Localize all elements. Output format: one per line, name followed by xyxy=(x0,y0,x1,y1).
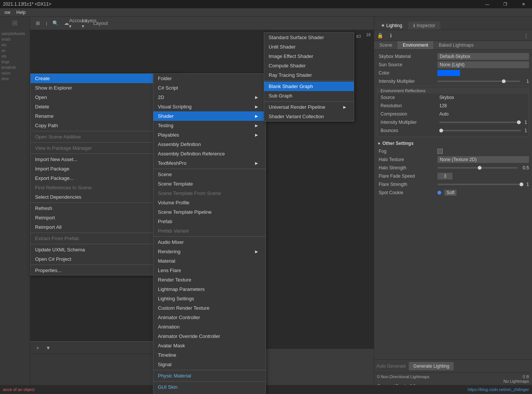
project-filter-btn[interactable]: ▼ xyxy=(44,343,53,352)
sidebar-item-dme[interactable]: dme xyxy=(2,76,28,82)
flare-strength-slider[interactable] xyxy=(437,181,523,187)
create-avatar-mask[interactable]: Avatar Mask xyxy=(153,341,266,350)
create-gui-skin[interactable]: GUI Skin xyxy=(153,382,266,392)
create-rendering-arrow: ▶ xyxy=(255,249,258,254)
create-animator-controller[interactable]: Animator Controller xyxy=(153,313,266,322)
shader-ray-tracing[interactable]: Ray Tracing Shader xyxy=(264,70,354,80)
minimize-button[interactable]: — xyxy=(478,0,496,8)
create-volume-profile[interactable]: Volume Profile xyxy=(153,198,266,207)
create-scene-template-pipeline[interactable]: Scene Template Pipeline xyxy=(153,207,266,217)
create-timeline[interactable]: Timeline xyxy=(153,350,266,360)
status-bar: ance of an object https://blog.csdn.net/… xyxy=(0,385,532,394)
maximize-button[interactable]: ❐ xyxy=(497,0,514,8)
create-playables[interactable]: Playables ▶ xyxy=(153,130,266,140)
create-custom-render-texture[interactable]: Custom Render Texture xyxy=(153,303,266,313)
halo-texture-value[interactable]: None (Texture 2D) xyxy=(437,156,529,163)
create-testing[interactable]: Testing ▶ xyxy=(153,121,266,130)
create-scene[interactable]: Scene xyxy=(153,170,266,179)
close-button[interactable]: ✕ xyxy=(515,0,532,8)
toolbar-layout-btn[interactable]: Layout xyxy=(96,19,105,28)
sidebar-item-materials[interactable]: erials xyxy=(2,37,28,42)
shader-blank-graph[interactable]: Blank Shader Graph xyxy=(264,82,354,91)
create-2d[interactable]: 2D ▶ xyxy=(153,93,266,102)
create-lightmap-params[interactable]: Lightmap Parameters xyxy=(153,284,266,294)
sidebar-icon: ⊞ xyxy=(12,19,18,27)
panel-info-icon[interactable]: ℹ xyxy=(386,31,395,40)
source-value[interactable]: Skybox xyxy=(439,95,527,100)
create-sep-4 xyxy=(153,381,266,382)
flare-fade-value[interactable]: 3 xyxy=(437,173,453,180)
fog-label: Fog xyxy=(377,149,437,154)
create-lighting-settings[interactable]: Lighting Settings xyxy=(153,294,266,303)
bounces-slider[interactable] xyxy=(439,128,521,134)
panel-lock-icon[interactable]: 🔒 xyxy=(376,31,385,40)
subtab-scene[interactable]: Scene xyxy=(374,41,397,49)
fog-checkbox[interactable] xyxy=(437,149,443,154)
sun-source-value[interactable]: None (Light) xyxy=(437,61,529,68)
tab-inspector[interactable]: ℹ Inspector xyxy=(408,21,440,30)
skybox-material-value[interactable]: Default-Skybox xyxy=(437,53,529,60)
shader-standard-surface[interactable]: Standard Surface Shader xyxy=(264,33,354,42)
flare-strength-val: 1 xyxy=(523,182,529,187)
create-physic-material[interactable]: Physic Material xyxy=(153,371,266,380)
toolbar-account-btn[interactable]: Account ▾ xyxy=(73,19,83,28)
panel-menu-icon[interactable]: ⋮ xyxy=(521,31,530,40)
tag-icon[interactable]: 🏷 xyxy=(354,32,363,41)
status-bar-url[interactable]: https://blog.csdn.net/xin_zhilinger xyxy=(468,387,529,392)
shader-unlit[interactable]: Unlit Shader xyxy=(264,42,354,52)
sidebar-item-tings[interactable]: tings xyxy=(2,59,28,65)
shader-sub-graph[interactable]: Sub Graph xyxy=(264,91,354,100)
create-shader[interactable]: Shader ▶ xyxy=(153,111,266,121)
shader-variant-collection[interactable]: Shader Variant Collection xyxy=(264,112,354,121)
sidebar-item-ots[interactable]: ots xyxy=(2,53,28,59)
other-settings-header: ▼ Other Settings xyxy=(377,139,529,148)
create-animation[interactable]: Animation xyxy=(153,322,266,332)
tab-lighting[interactable]: ☀ Lighting xyxy=(376,21,407,30)
create-animator-override[interactable]: Animator Override Controller xyxy=(153,332,266,341)
create-tmp-arrow: ▶ xyxy=(255,161,258,165)
compression-value[interactable]: Auto xyxy=(439,111,527,117)
create-signal[interactable]: Signal xyxy=(153,360,266,369)
sidebar-item-ets[interactable]: ets xyxy=(2,42,28,48)
create-folder[interactable]: Folder xyxy=(153,74,266,83)
toolbar-search-btn[interactable]: 🔍 xyxy=(51,19,60,28)
toolbar-icon-grid[interactable]: ⊞ xyxy=(33,19,42,28)
create-scene-template[interactable]: Scene Template xyxy=(153,179,266,189)
create-rendering[interactable]: Rendering ▶ xyxy=(153,247,266,256)
create-context-menu: Folder C# Script 2D ▶ Visual Scripting ▶… xyxy=(153,73,266,394)
color-swatch[interactable] xyxy=(437,70,460,76)
create-visual-scripting[interactable]: Visual Scripting ▶ xyxy=(153,102,266,111)
spot-cookie-value[interactable]: Soft xyxy=(444,190,457,196)
shader-urp[interactable]: Universal Render Pipeline ▶ xyxy=(264,102,354,112)
shader-image-effect[interactable]: Image Effect Shader xyxy=(264,52,354,61)
create-assembly-def[interactable]: Assembly Definition xyxy=(153,140,266,149)
sidebar-item-es[interactable]: es xyxy=(2,48,28,53)
sidebar-item-osion[interactable]: osion xyxy=(2,70,28,76)
env-intensity-slider[interactable] xyxy=(439,119,521,125)
skybox-intensity-slider[interactable] xyxy=(437,78,520,84)
panel-header-right: ⋮ xyxy=(521,31,530,40)
toolbar-layers-btn[interactable]: Layers ▾ xyxy=(85,19,94,28)
create-csharp-script[interactable]: C# Script xyxy=(153,83,266,93)
create-audio-mixer[interactable]: Audio Mixer xyxy=(153,237,266,247)
generate-lighting-button[interactable]: Generate Lighting xyxy=(409,362,454,370)
create-render-texture[interactable]: Render Texture xyxy=(153,275,266,284)
sidebar-item-sampleassets[interactable]: sampleAssets xyxy=(2,31,28,37)
tag-count: 16 xyxy=(365,32,372,41)
create-custom-font[interactable]: Custom Font xyxy=(153,392,266,394)
project-add-btn[interactable]: + xyxy=(33,343,42,352)
menu-item-help[interactable]: Help xyxy=(13,9,29,16)
create-lens-flare[interactable]: Lens Flare xyxy=(153,266,266,275)
resolution-value[interactable]: 128 xyxy=(439,103,527,108)
create-assembly-def-ref[interactable]: Assembly Definition Reference xyxy=(153,149,266,158)
shader-compute[interactable]: Compute Shader xyxy=(264,61,354,70)
halo-strength-slider[interactable] xyxy=(437,165,518,171)
menu-item-ow[interactable]: ow xyxy=(2,9,13,16)
create-textmeshpro[interactable]: TextMeshPro ▶ xyxy=(153,158,266,168)
create-prefab[interactable]: Prefab xyxy=(153,217,266,226)
create-material[interactable]: Material xyxy=(153,256,266,266)
subtab-environment[interactable]: Environment xyxy=(397,41,433,49)
subtab-baked-lightmaps[interactable]: Baked Lightmaps xyxy=(433,41,479,49)
sidebar-item-materialinfo[interactable]: terialInfo xyxy=(2,65,28,70)
left-sidebar: ⊞ sampleAssets erials ets es ots tings t… xyxy=(0,17,30,394)
